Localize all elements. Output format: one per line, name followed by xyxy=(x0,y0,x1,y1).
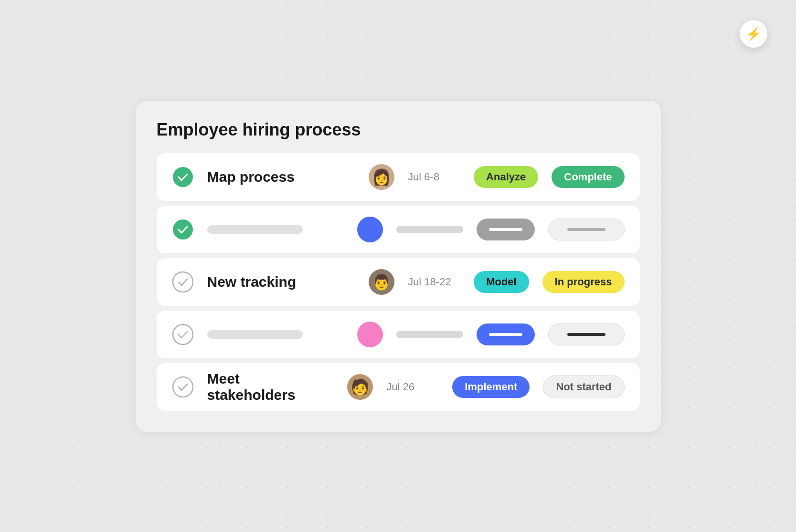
check-icon xyxy=(172,271,194,293)
task-name: New tracking xyxy=(207,274,312,290)
svg-point-4 xyxy=(173,377,193,397)
task-tag[interactable]: Implement xyxy=(452,376,530,398)
lightning-icon: ⚡ xyxy=(746,27,761,42)
svg-point-1 xyxy=(173,219,193,240)
main-card: Employee hiring process Map process👩Jul … xyxy=(136,101,661,432)
task-status[interactable]: In progress xyxy=(542,271,625,293)
avatar-placeholder xyxy=(357,322,383,347)
task-tag[interactable] xyxy=(477,219,535,240)
svg-point-2 xyxy=(173,272,193,292)
task-row[interactable]: Meet stakeholders🧑Jul 26ImplementNot sta… xyxy=(157,363,640,411)
task-date: Jul 18-22 xyxy=(408,276,460,288)
task-name: Map process xyxy=(207,169,312,185)
avatar: 🧑 xyxy=(347,374,373,400)
task-tag[interactable] xyxy=(477,323,535,345)
check-icon xyxy=(172,323,194,345)
task-status[interactable]: Complete xyxy=(552,166,624,188)
task-tag[interactable]: Model xyxy=(474,271,529,293)
task-list: Map process👩Jul 6-8AnalyzeCompleteNew tr… xyxy=(157,153,640,411)
page-title: Employee hiring process xyxy=(157,120,640,140)
avatar: 👨 xyxy=(369,269,394,295)
task-status[interactable] xyxy=(548,323,625,345)
task-name: Meet stakeholders xyxy=(207,371,321,403)
task-name xyxy=(207,330,303,339)
check-icon xyxy=(172,166,194,188)
task-tag[interactable]: Analyze xyxy=(474,166,538,188)
check-icon xyxy=(172,376,194,398)
task-name xyxy=(207,225,303,234)
task-status[interactable]: Not started xyxy=(543,376,624,398)
svg-point-3 xyxy=(173,324,193,344)
task-date: Jul 26 xyxy=(386,381,439,393)
task-row[interactable] xyxy=(157,311,640,358)
task-row[interactable]: Map process👩Jul 6-8AnalyzeComplete xyxy=(157,153,640,201)
task-status[interactable] xyxy=(548,219,625,240)
task-row[interactable] xyxy=(157,206,640,253)
avatar: 👩 xyxy=(369,164,394,190)
svg-point-0 xyxy=(173,167,193,187)
avatar-placeholder xyxy=(357,217,383,242)
task-date-placeholder xyxy=(396,226,463,233)
task-date-placeholder xyxy=(396,331,463,338)
check-icon xyxy=(172,219,194,240)
task-row[interactable]: New tracking👨Jul 18-22ModelIn progress xyxy=(157,258,640,306)
fab-button[interactable]: ⚡ xyxy=(740,20,767,48)
task-date: Jul 6-8 xyxy=(408,171,460,183)
